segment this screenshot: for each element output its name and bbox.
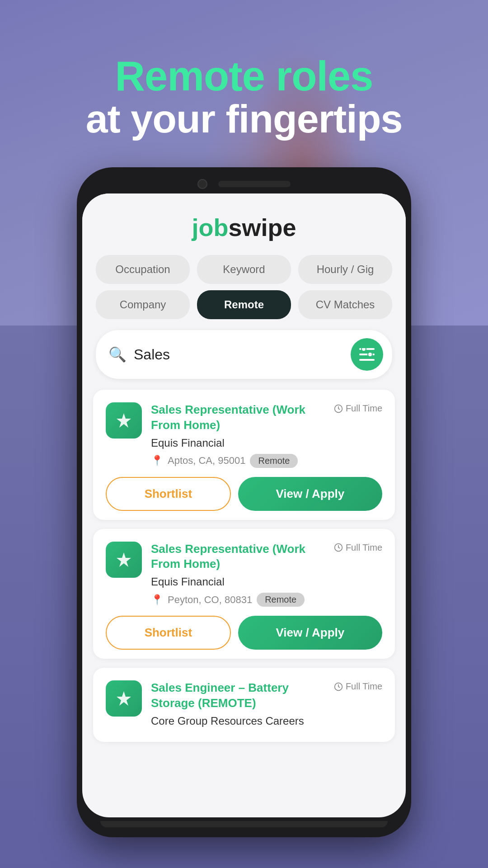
- job-info-1: Sales Representative (Work From Home) Fu…: [151, 402, 382, 468]
- app-logo: jobswipe: [100, 213, 388, 241]
- job-location-1: Aptos, CA, 95001: [168, 455, 245, 467]
- remote-badge-1: Remote: [250, 454, 298, 468]
- job-company-2: Equis Financial: [151, 576, 382, 588]
- app-header: jobswipe: [82, 193, 406, 250]
- location-icon-2: 📍: [151, 594, 163, 606]
- logo-job: job: [192, 214, 228, 241]
- filter-tab-remote[interactable]: Remote: [197, 290, 291, 319]
- job-logo-1: [106, 402, 142, 439]
- job-card-1: Sales Representative (Work From Home) Fu…: [93, 390, 395, 520]
- job-type-3: Full Time: [334, 681, 382, 692]
- job-card-top-3: Sales Engineer – Battery Storage (REMOTE…: [106, 680, 382, 727]
- job-type-label-1: Full Time: [346, 403, 382, 414]
- job-logo-3: [106, 680, 142, 717]
- hero-title-green: Remote roles: [0, 54, 488, 98]
- phone-camera: [197, 179, 207, 189]
- filter-tabs-row1: Occupation Keyword Hourly / Gig: [82, 250, 406, 288]
- page-wrapper: Remote roles at your fingertips jobswipe…: [0, 0, 488, 868]
- filter-tab-keyword[interactable]: Keyword: [197, 255, 291, 284]
- svg-point-3: [361, 348, 366, 351]
- job-card-actions-2: Shortlist View / Apply: [106, 616, 382, 650]
- phone-frame: jobswipe Occupation Keyword Hourly / Gig…: [77, 167, 411, 837]
- location-icon-1: 📍: [151, 455, 163, 467]
- svg-point-4: [368, 352, 372, 357]
- job-company-1: Equis Financial: [151, 437, 382, 449]
- phone-top-bar: [82, 173, 406, 193]
- remote-badge-2: Remote: [257, 593, 305, 607]
- job-card-actions-1: Shortlist View / Apply: [106, 477, 382, 511]
- apply-button-2[interactable]: View / Apply: [238, 616, 382, 650]
- job-type-label-3: Full Time: [346, 681, 382, 692]
- job-title-row-3: Sales Engineer – Battery Storage (REMOTE…: [151, 680, 382, 711]
- job-info-2: Sales Representative (Work From Home) Fu…: [151, 542, 382, 607]
- apply-button-1[interactable]: View / Apply: [238, 477, 382, 511]
- hero-title-white: at your fingertips: [0, 98, 488, 140]
- job-type-2: Full Time: [334, 542, 382, 553]
- job-cards-list: Sales Representative (Work From Home) Fu…: [82, 390, 406, 755]
- job-card-3: Sales Engineer – Battery Storage (REMOTE…: [93, 668, 395, 742]
- search-bar-wrapper: 🔍: [82, 324, 406, 390]
- phone-speaker: [218, 181, 291, 187]
- search-filter-button[interactable]: [351, 338, 383, 371]
- job-card-top-1: Sales Representative (Work From Home) Fu…: [106, 402, 382, 468]
- job-title-2: Sales Representative (Work From Home): [151, 542, 329, 572]
- filter-tabs-row2: Company Remote CV Matches: [82, 290, 406, 324]
- hero-overlay: Remote roles at your fingertips: [0, 0, 488, 140]
- filter-tab-hourly[interactable]: Hourly / Gig: [298, 255, 392, 284]
- job-location-2: Peyton, CO, 80831: [168, 594, 252, 606]
- svg-rect-2: [359, 359, 375, 361]
- job-location-row-2: 📍 Peyton, CO, 80831 Remote: [151, 593, 382, 607]
- filter-tab-company[interactable]: Company: [96, 290, 190, 319]
- job-logo-2: [106, 542, 142, 578]
- search-input[interactable]: [134, 346, 343, 363]
- filter-tab-occupation[interactable]: Occupation: [96, 255, 190, 284]
- job-title-row-2: Sales Representative (Work From Home) Fu…: [151, 542, 382, 572]
- job-title-1: Sales Representative (Work From Home): [151, 402, 329, 433]
- job-company-3: Core Group Resources Careers: [151, 715, 382, 727]
- job-card-2: Sales Representative (Work From Home) Fu…: [93, 529, 395, 659]
- filter-tab-cv-matches[interactable]: CV Matches: [298, 290, 392, 319]
- job-location-row-1: 📍 Aptos, CA, 95001 Remote: [151, 454, 382, 468]
- shortlist-button-2[interactable]: Shortlist: [106, 616, 231, 650]
- job-title-row-1: Sales Representative (Work From Home) Fu…: [151, 402, 382, 433]
- job-card-top-2: Sales Representative (Work From Home) Fu…: [106, 542, 382, 607]
- phone-screen: jobswipe Occupation Keyword Hourly / Gig…: [82, 193, 406, 817]
- logo-swipe: swipe: [228, 214, 296, 241]
- phone-bottom-bar: [100, 821, 388, 827]
- shortlist-button-1[interactable]: Shortlist: [106, 477, 231, 511]
- job-type-1: Full Time: [334, 403, 382, 414]
- search-icon: 🔍: [108, 346, 127, 363]
- job-type-label-2: Full Time: [346, 542, 382, 553]
- job-info-3: Sales Engineer – Battery Storage (REMOTE…: [151, 680, 382, 727]
- job-title-3: Sales Engineer – Battery Storage (REMOTE…: [151, 680, 329, 711]
- search-bar: 🔍: [96, 330, 392, 379]
